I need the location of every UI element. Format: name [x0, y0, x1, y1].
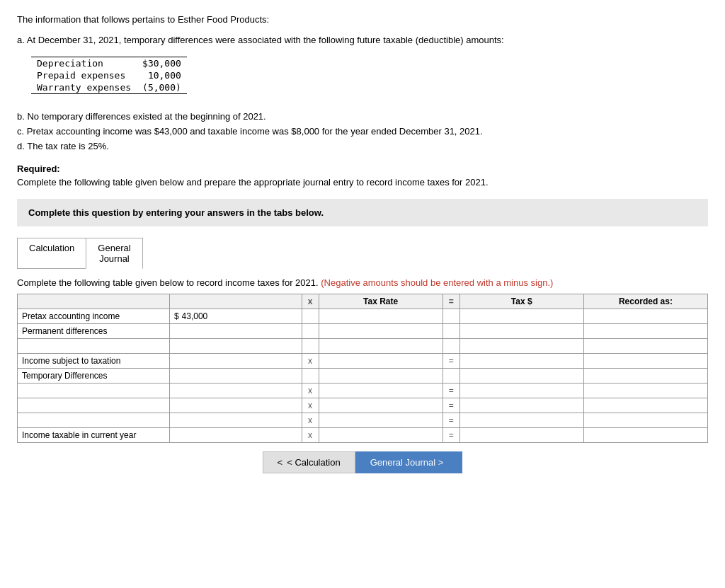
tempdiff1-taxdollar-input[interactable]	[464, 386, 579, 396]
tab-calculation[interactable]: Calculation	[17, 238, 86, 269]
note-d: d. The tax rate is 25%.	[17, 139, 708, 154]
back-arrow-icon: <	[278, 457, 283, 468]
depreciation-table: Depreciation$30,000 Prepaid expenses10,0…	[31, 55, 187, 96]
pretax-income-input[interactable]	[182, 311, 297, 321]
tempdiff3-taxrate-input[interactable]	[324, 415, 438, 425]
col-header-x: x	[302, 294, 319, 309]
empty1-recorded-input[interactable]	[588, 341, 703, 351]
col-header-tax-rate: Tax Rate	[319, 294, 443, 309]
forward-button[interactable]: General Journal >	[355, 451, 463, 473]
income-taxable-taxdollar-input[interactable]	[464, 430, 579, 440]
tempdiff2-value-input[interactable]	[174, 400, 297, 410]
temp-diff-taxrate-input[interactable]	[324, 371, 438, 381]
note-c: c. Pretax accounting income was $43,000 …	[17, 125, 708, 139]
required-desc: Complete the following table given below…	[17, 177, 708, 188]
note-b: b. No temporary differences existed at t…	[17, 110, 708, 125]
col-header-tax-dollar: Tax $	[459, 294, 583, 309]
table-row: x =	[18, 398, 708, 413]
permanent-taxdollar-input[interactable]	[464, 326, 579, 336]
tempdiff1-recorded-input[interactable]	[588, 386, 703, 396]
tempdiff2-taxdollar-input[interactable]	[464, 400, 579, 410]
intro-line1: The information that follows pertains to…	[17, 14, 708, 25]
income-tax-table: x Tax Rate = Tax $ Recorded as: Pretax a…	[17, 294, 708, 443]
income-taxable-taxrate-input[interactable]	[324, 430, 438, 440]
row-income-taxable-label: Income taxable in current year	[18, 428, 170, 443]
required-header: Required:	[17, 163, 708, 174]
tempdiff3-taxdollar-input[interactable]	[464, 415, 579, 425]
table-row: Income subject to taxation x =	[18, 354, 708, 369]
row-temp-diff-label: Temporary Differences	[18, 369, 170, 384]
income-taxable-value-input[interactable]	[174, 430, 297, 440]
table-row-section: Temporary Differences	[18, 369, 708, 384]
row-pretax-value: $	[169, 309, 302, 324]
tempdiff1-value-input[interactable]	[174, 386, 297, 396]
table-row-empty	[18, 339, 708, 354]
permanent-taxrate-input[interactable]	[324, 326, 438, 336]
income-subject-taxdollar-input[interactable]	[464, 356, 579, 366]
empty1-taxrate-input[interactable]	[324, 341, 438, 351]
tempdiff2-label-input[interactable]	[22, 400, 165, 410]
col-header-amount	[169, 294, 302, 309]
tempdiff1-taxrate-input[interactable]	[324, 386, 438, 396]
table-row: Permanent differences	[18, 324, 708, 339]
neg-note: (Negative amounts should be entered with…	[321, 277, 553, 288]
col-header-recorded-as: Recorded as:	[583, 294, 707, 309]
tempdiff3-label-input[interactable]	[22, 415, 165, 425]
col-header-eq: =	[443, 294, 459, 309]
nav-buttons: < < Calculation General Journal >	[17, 451, 708, 473]
empty1-value-input[interactable]	[174, 341, 297, 351]
question-box: Complete this question by entering your …	[17, 199, 708, 226]
table-row: x =	[18, 384, 708, 398]
row-pretax-x	[302, 309, 319, 324]
income-subject-value-input[interactable]	[174, 356, 297, 366]
tab-general-journal[interactable]: GeneralJournal	[86, 238, 142, 269]
income-subject-recorded-input[interactable]	[588, 356, 703, 366]
income-taxable-recorded-input[interactable]	[588, 430, 703, 440]
row-pretax-label: Pretax accounting income	[18, 309, 170, 324]
permanent-recorded-input[interactable]	[588, 326, 703, 336]
tempdiff3-recorded-input[interactable]	[588, 415, 703, 425]
empty1-label-input[interactable]	[22, 341, 165, 351]
notes-section: b. No temporary differences existed at t…	[17, 110, 708, 154]
back-button[interactable]: < < Calculation	[263, 451, 355, 473]
tabs-container: Calculation GeneralJournal	[17, 238, 708, 269]
temp-diff-recorded-input[interactable]	[588, 371, 703, 381]
instructions-text: Complete the following table given below…	[17, 277, 708, 288]
tempdiff3-value-input[interactable]	[174, 415, 297, 425]
row-permanent-value[interactable]	[169, 324, 302, 339]
permanent-value-input[interactable]	[174, 326, 297, 336]
tempdiff2-recorded-input[interactable]	[588, 400, 703, 410]
row-pretax-eq	[443, 309, 459, 324]
row-pretax-taxdollar[interactable]	[459, 309, 583, 324]
empty1-taxdollar-input[interactable]	[464, 341, 579, 351]
temp-diff-taxdollar-input[interactable]	[464, 371, 579, 381]
table-row: Pretax accounting income $	[18, 309, 708, 324]
tempdiff2-taxrate-input[interactable]	[324, 400, 438, 410]
row-permanent-label: Permanent differences	[18, 324, 170, 339]
table-row: x =	[18, 413, 708, 428]
pretax-recorded-input[interactable]	[588, 311, 703, 321]
row-income-subject-label: Income subject to taxation	[18, 354, 170, 369]
tempdiff1-label-input[interactable]	[22, 386, 165, 396]
temp-diff-value-input[interactable]	[174, 371, 297, 381]
col-header-label	[18, 294, 170, 309]
row-pretax-recorded[interactable]	[583, 309, 707, 324]
pretax-taxrate-input[interactable]	[324, 311, 438, 321]
table-row-income-taxable: Income taxable in current year x =	[18, 428, 708, 443]
pretax-taxdollar-input[interactable]	[464, 311, 579, 321]
income-subject-taxrate-input[interactable]	[324, 356, 438, 366]
section-a-label: a. At December 31, 2021, temporary diffe…	[17, 35, 708, 45]
row-pretax-taxrate[interactable]	[319, 309, 443, 324]
